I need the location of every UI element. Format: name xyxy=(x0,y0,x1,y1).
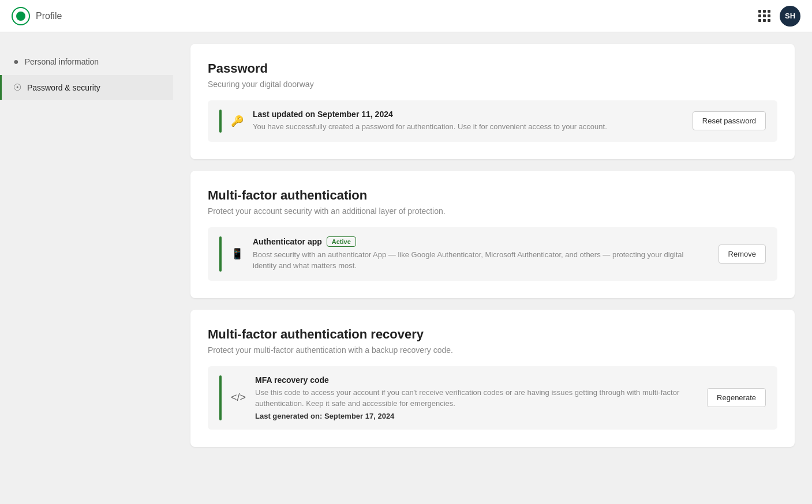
authenticator-action: Remove xyxy=(719,245,766,264)
password-info-row: 🔑 Last updated on September 11, 2024 You… xyxy=(208,100,777,142)
sidebar-item-label-personal: Personal information xyxy=(25,57,99,66)
sidebar-item-label-password: Password & security xyxy=(27,83,100,92)
mfa-card: Multi-factor authentication Protect your… xyxy=(190,171,795,298)
sidebar-item-password-security[interactable]: ☉ Password & security xyxy=(0,75,173,100)
authenticator-description: Boost security with an authenticator App… xyxy=(253,249,709,272)
qlik-logo xyxy=(12,7,30,25)
header-left: Profile xyxy=(12,7,62,25)
password-card: Password Securing your digital doorway 🔑… xyxy=(190,44,795,159)
phone-icon: 📱 xyxy=(231,247,244,260)
avatar[interactable]: SH xyxy=(780,6,800,27)
recovery-info-row: </> MFA recovery code Use this code to a… xyxy=(208,366,777,430)
mfa-recovery-card-subtitle: Protect your multi-factor authentication… xyxy=(208,345,777,355)
active-badge: Active xyxy=(327,236,356,247)
mfa-recovery-card-title: Multi-factor authentication recovery xyxy=(208,327,777,342)
header-title: Profile xyxy=(36,11,62,21)
recovery-action: Regenerate xyxy=(707,388,766,407)
mfa-recovery-card: Multi-factor authentication recovery Pro… xyxy=(190,310,795,447)
main-content: Password Securing your digital doorway 🔑… xyxy=(173,32,812,504)
recovery-bar xyxy=(219,375,222,420)
authenticator-bar xyxy=(219,236,222,272)
password-description: You have successfully created a password… xyxy=(253,121,683,133)
authenticator-app-title: Authenticator app xyxy=(253,237,322,246)
person-icon: ● xyxy=(13,57,19,67)
remove-authenticator-button[interactable]: Remove xyxy=(719,245,766,264)
layout: ● Personal information ☉ Password & secu… xyxy=(0,0,812,504)
qlik-logo-icon xyxy=(12,7,30,25)
authenticator-info-row: 📱 Authenticator app Active Boost securit… xyxy=(208,227,777,281)
regenerate-button[interactable]: Regenerate xyxy=(707,388,766,407)
grid-icon[interactable] xyxy=(758,10,770,22)
password-action: Reset password xyxy=(693,111,766,130)
recovery-last-generated: Last generated on: September 17, 2024 xyxy=(255,412,698,420)
recovery-content: MFA recovery code Use this code to acces… xyxy=(255,375,698,420)
header: Profile SH xyxy=(0,0,812,32)
reset-password-button[interactable]: Reset password xyxy=(693,111,766,130)
code-icon: </> xyxy=(231,392,246,404)
recovery-code-title: MFA recovery code xyxy=(255,375,698,385)
sidebar: ● Personal information ☉ Password & secu… xyxy=(0,32,173,504)
password-card-title: Password xyxy=(208,61,777,76)
svg-point-1 xyxy=(16,12,25,21)
mfa-card-title: Multi-factor authentication xyxy=(208,188,777,203)
authenticator-content: Authenticator app Active Boost security … xyxy=(253,236,709,272)
password-info-content: Last updated on September 11, 2024 You h… xyxy=(253,110,683,133)
key-icon: 🔑 xyxy=(231,115,244,127)
shield-icon: ☉ xyxy=(13,82,21,93)
header-right: SH xyxy=(758,6,800,27)
password-bar xyxy=(219,110,222,133)
recovery-description: Use this code to access your account if … xyxy=(255,387,698,409)
auth-title-row: Authenticator app Active xyxy=(253,236,709,247)
password-card-subtitle: Securing your digital doorway xyxy=(208,80,777,89)
password-last-updated: Last updated on September 11, 2024 xyxy=(253,110,683,119)
mfa-card-subtitle: Protect your account security with an ad… xyxy=(208,206,777,216)
sidebar-item-personal-information[interactable]: ● Personal information xyxy=(0,50,173,74)
